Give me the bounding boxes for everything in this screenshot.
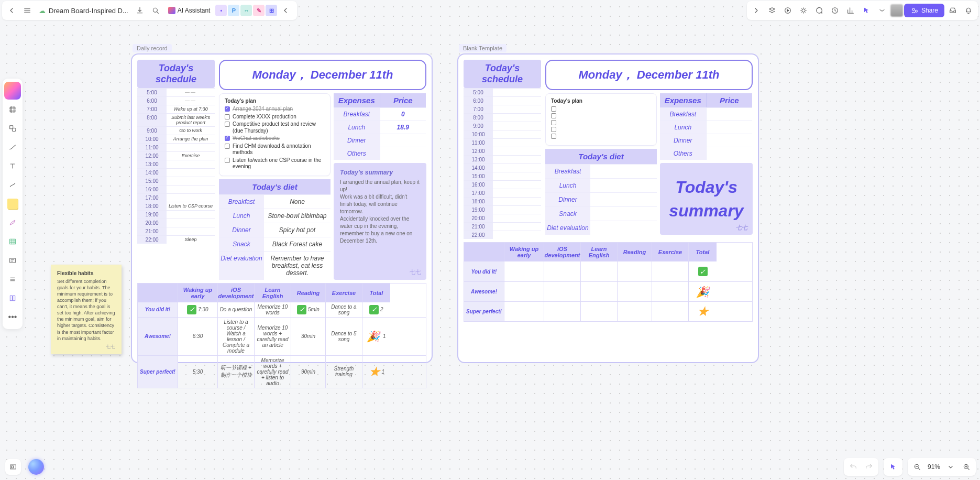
- collab-avatar-5[interactable]: ⊞: [266, 5, 277, 16]
- frame-label-right[interactable]: Blank Template: [459, 44, 506, 52]
- checkbox-icon[interactable]: [551, 120, 556, 125]
- undo-button[interactable]: [846, 460, 861, 474]
- habits-table: Waking up earlyiOS developmentLearn Engl…: [137, 283, 426, 388]
- diet-value: [590, 207, 657, 221]
- minimap-button[interactable]: [5, 459, 21, 475]
- play-icon[interactable]: [780, 3, 795, 18]
- redo-button[interactable]: [862, 460, 876, 474]
- schedule-task: Listen to CSP course: [167, 202, 215, 210]
- zoom-out-button[interactable]: [910, 460, 924, 474]
- expense-label: Breakfast: [660, 108, 707, 121]
- table-tool[interactable]: [4, 233, 21, 250]
- habit-cell: Memorize 10 words + carefully read an ar…: [254, 318, 291, 355]
- schedule-time: 9:00: [464, 122, 493, 130]
- bell-icon[interactable]: [961, 3, 976, 18]
- sparkle-icon[interactable]: [796, 3, 811, 18]
- user-avatar[interactable]: [890, 4, 903, 17]
- brush-tool[interactable]: [4, 214, 21, 232]
- schedule-table-blank: Today's schedule 5:006:007:008:009:0010:…: [464, 60, 541, 239]
- checkbox-icon[interactable]: [551, 113, 556, 118]
- ai-orb-button[interactable]: [28, 459, 44, 475]
- document-title[interactable]: ☁ Dream Board-Inspired D...: [36, 7, 131, 15]
- schedule-task: [167, 144, 215, 151]
- schedule-table: Today's schedule 5:00——6:00——7:00Wake up…: [137, 60, 215, 280]
- checkbox-icon[interactable]: [551, 127, 556, 132]
- frame-label-left[interactable]: Daily record: [133, 44, 172, 52]
- ai-assistant-button[interactable]: AI Assistant: [164, 5, 215, 16]
- schedule-time: 5:00: [464, 89, 493, 96]
- habit-cell: ✓ 5min: [291, 302, 325, 317]
- habit-cell: Listen to a course / Watch a lesson / Co…: [217, 318, 254, 355]
- schedule-time: 14:00: [137, 169, 167, 177]
- schedule-time: 12:00: [464, 147, 493, 155]
- svg-point-4: [915, 10, 917, 12]
- checkbox-icon[interactable]: [225, 158, 230, 163]
- checkbox-icon[interactable]: [551, 106, 556, 112]
- shape-tool[interactable]: [4, 119, 21, 137]
- habit-cell: 🎉 1: [362, 318, 390, 355]
- chart-icon[interactable]: [843, 3, 858, 18]
- list-tool[interactable]: [4, 270, 21, 288]
- history-icon[interactable]: [828, 3, 842, 18]
- comment-icon[interactable]: [812, 3, 827, 18]
- checkbox-icon[interactable]: [225, 106, 230, 112]
- menu-button[interactable]: [20, 3, 35, 18]
- inbox-icon[interactable]: [945, 3, 960, 18]
- diet-label: Snack: [545, 207, 590, 221]
- zoom-level[interactable]: 91%: [926, 463, 942, 471]
- checkbox-icon[interactable]: [225, 122, 230, 127]
- search-button[interactable]: [148, 3, 163, 18]
- sticky-note-tool[interactable]: [4, 195, 21, 213]
- checkbox-icon[interactable]: [225, 136, 230, 141]
- checkbox-icon[interactable]: [225, 144, 230, 149]
- checkbox-icon[interactable]: [225, 114, 230, 119]
- collab-avatar-4[interactable]: ✎: [253, 5, 265, 16]
- collab-avatar-1[interactable]: •: [215, 5, 227, 16]
- sticky-note-flexible-habits[interactable]: Flexible habits Set different completion…: [51, 265, 122, 354]
- schedule-task: [493, 164, 541, 172]
- collab-avatar-3[interactable]: ↔: [240, 5, 252, 16]
- schedule-time: 6:00: [137, 97, 167, 105]
- habit-row-label: Awesome!: [464, 282, 504, 301]
- plan-item-text: Find CHM download & annotation methods: [233, 143, 325, 156]
- planner-filled[interactable]: Today's schedule 5:00——6:00——7:00Wake up…: [131, 53, 433, 363]
- checkbox-icon[interactable]: [551, 134, 556, 139]
- schedule-time: 16:00: [137, 186, 167, 193]
- summary-box-r: Today's summary 七七: [660, 163, 753, 235]
- zoom-in-button[interactable]: [959, 460, 974, 474]
- frame-tool[interactable]: [4, 101, 21, 118]
- pointer-mode-button[interactable]: [886, 460, 900, 474]
- layers-icon[interactable]: [765, 3, 779, 18]
- app-logo-icon[interactable]: [4, 82, 21, 100]
- diet-label: Lunch: [219, 209, 264, 223]
- expenses-col2: Price: [380, 93, 426, 107]
- diet-value: Remember to have breakfast, eat less des…: [264, 252, 331, 280]
- card-tool[interactable]: [4, 289, 21, 307]
- pen-tool[interactable]: [4, 138, 21, 156]
- planner-blank[interactable]: Today's schedule 5:006:007:008:009:0010:…: [457, 53, 759, 363]
- collab-avatar-2[interactable]: P: [228, 5, 239, 16]
- expense-label: Others: [334, 147, 380, 160]
- plan-box-r: Today's plan: [545, 93, 657, 146]
- expand-icon[interactable]: [749, 3, 764, 18]
- zoom-dropdown[interactable]: [943, 460, 958, 474]
- habit-row-label: Super perfect!: [464, 302, 504, 321]
- text-tool[interactable]: [4, 157, 21, 175]
- schedule-title-r: Today's schedule: [464, 63, 541, 85]
- schedule-task: Exercise: [167, 152, 215, 160]
- diet-title-r: Today's diet: [545, 149, 657, 164]
- textbox-tool[interactable]: [4, 252, 21, 269]
- download-button[interactable]: [133, 3, 147, 18]
- more-icon[interactable]: [875, 3, 889, 18]
- habit-cell: 听一节课程 + 制作一个模块: [217, 356, 254, 388]
- collapse-avatars-button[interactable]: [278, 3, 293, 18]
- connector-tool[interactable]: [4, 176, 21, 194]
- pointer-select-icon[interactable]: [859, 3, 874, 18]
- diet-label: Dinner: [545, 193, 590, 206]
- schedule-time: 11:00: [137, 144, 167, 151]
- schedule-time: 10:00: [137, 135, 167, 143]
- share-button[interactable]: Share: [904, 4, 944, 17]
- back-button[interactable]: [4, 3, 19, 18]
- more-tools[interactable]: •••: [4, 308, 21, 326]
- svg-rect-9: [10, 258, 16, 263]
